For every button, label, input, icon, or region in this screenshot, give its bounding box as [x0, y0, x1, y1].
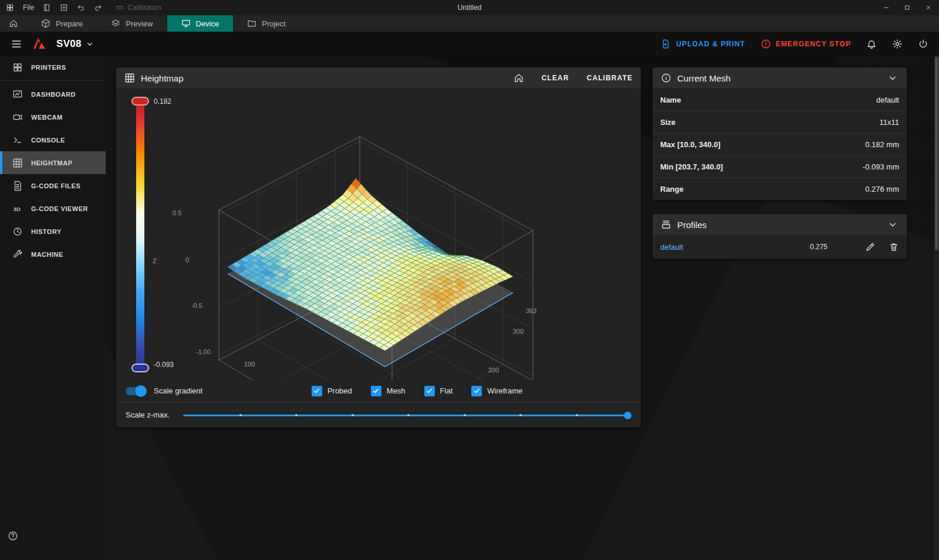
profiles-stack-icon	[661, 219, 671, 230]
gradient-bar	[136, 101, 144, 368]
mesh-row-name: Name default	[653, 89, 907, 111]
checkbox-checked-icon	[471, 386, 482, 396]
checkbox-probed[interactable]: Probed	[312, 386, 352, 396]
profiles-title: Profiles	[677, 220, 707, 230]
warning-icon	[761, 39, 771, 49]
profile-row: default 0.275	[653, 235, 907, 259]
heightmap-3d-plot[interactable]	[116, 89, 641, 380]
gradient-max-handle[interactable]	[131, 97, 149, 106]
sidebar-item-gcode-viewer[interactable]: G-CODE VIEWER	[0, 197, 106, 220]
xy-tick: 300	[513, 328, 523, 335]
redo-icon[interactable]	[94, 4, 102, 12]
mesh-row-range: Range 0.276 mm	[653, 178, 907, 200]
current-mesh-title: Current Mesh	[677, 73, 731, 83]
profiles-card: Profiles default 0.275	[653, 214, 907, 259]
z-tick: 0	[185, 256, 189, 263]
slider-thumb[interactable]	[624, 412, 631, 419]
scale-z-row: Scale z-max.	[116, 402, 641, 427]
delete-trash-icon[interactable]	[889, 242, 899, 252]
vertical-scrollbar[interactable]	[934, 56, 939, 560]
sidebar-divider	[0, 80, 106, 81]
file-menu[interactable]: File	[23, 4, 34, 12]
minimize-button[interactable]	[876, 0, 897, 15]
heightmap-controls: Scale gradient Probed Mesh Flat Wirefram…	[116, 380, 641, 402]
clear-button[interactable]: CLEAR	[542, 74, 569, 82]
gradient-min-handle[interactable]	[131, 364, 149, 372]
tab-device[interactable]: Device	[167, 15, 234, 32]
heightmap-grid-icon	[12, 158, 23, 168]
scale-z-slider[interactable]	[183, 409, 631, 421]
sidebar-item-console[interactable]: CONSOLE	[0, 128, 106, 151]
xy-tick: 363	[526, 307, 536, 314]
sidebar-item-heightmap[interactable]: HEIGHTMAP	[0, 151, 106, 174]
scrollbar-thumb[interactable]	[935, 57, 938, 250]
upload-print-button[interactable]: UPLOAD & PRINT	[660, 39, 745, 49]
checkbox-checked-icon	[371, 386, 381, 396]
printer-selector[interactable]: SV08	[56, 38, 94, 50]
profile-name-link[interactable]: default	[660, 243, 683, 252]
tab-project[interactable]: Project	[233, 15, 299, 32]
folder-icon	[247, 19, 256, 28]
current-mesh-card: Current Mesh Name default Size 11x11 Max…	[653, 67, 907, 200]
heightmap-plot-area: 0.182 -0.093 0.5 0 -0.5 -1.00 Z 100 200 …	[116, 89, 641, 380]
tab-prepare[interactable]: Prepare	[27, 15, 97, 32]
maximize-button[interactable]	[897, 0, 918, 15]
titlebar: File Calibration Untitled	[0, 0, 939, 15]
scale-z-label: Scale z-max.	[126, 410, 180, 419]
checkbox-wireframe[interactable]: Wireframe	[471, 386, 522, 396]
sidebar-item-gcode-files[interactable]: G-CODE FILES	[0, 174, 106, 197]
notifications-bell-icon[interactable]	[866, 39, 877, 49]
device-sidebar: PRINTERS DASHBOARD WEBCAM CONSOLE HEIGHT…	[0, 56, 106, 560]
mode-tabbar: Prepare Preview Device Project	[0, 15, 939, 32]
webcam-icon	[12, 112, 23, 123]
heightmap-title: Heightmap	[141, 73, 184, 83]
chevron-down-icon[interactable]	[887, 219, 899, 230]
undo-icon[interactable]	[77, 4, 85, 12]
chevron-down-icon[interactable]	[887, 72, 899, 84]
upload-file-icon	[660, 39, 671, 49]
scale-gradient-label: Scale gradient	[154, 386, 202, 395]
app-window: File Calibration Untitled Prepare Previe…	[0, 0, 939, 560]
monitor-icon	[181, 19, 191, 28]
edit-pencil-icon[interactable]	[865, 242, 876, 252]
add-plate-icon[interactable]	[60, 4, 68, 12]
power-icon[interactable]	[918, 39, 928, 49]
mesh-row-size: Size 11x11	[653, 111, 907, 133]
help-icon[interactable]	[8, 531, 18, 541]
calibration-tool[interactable]: Calibration	[116, 4, 161, 12]
sidebar-item-machine[interactable]: MACHINE	[0, 243, 106, 266]
document-icon	[12, 181, 23, 191]
checkbox-checked-icon	[424, 386, 435, 396]
sidebar-item-webcam[interactable]: WEBCAM	[0, 106, 106, 128]
calibrate-button[interactable]: CALIBRATE	[587, 74, 633, 82]
hamburger-menu-icon[interactable]	[11, 38, 22, 50]
home-tab-icon[interactable]	[0, 15, 27, 32]
current-mesh-header: Current Mesh	[653, 67, 907, 89]
xy-tick: 200	[488, 366, 499, 374]
settings-gear-icon[interactable]	[892, 39, 903, 49]
reset-view-home-icon[interactable]	[514, 73, 524, 83]
sidebar-item-printers[interactable]: PRINTERS	[0, 56, 106, 79]
chevron-down-icon	[85, 39, 94, 49]
sidebar-item-history[interactable]: HISTORY	[0, 220, 106, 243]
app-icon	[6, 4, 14, 12]
wrench-icon	[12, 249, 23, 260]
checkbox-flat[interactable]: Flat	[424, 386, 453, 396]
notes-icon[interactable]	[43, 4, 51, 12]
checkbox-checked-icon	[312, 386, 322, 396]
history-clock-icon	[12, 226, 23, 237]
tab-preview[interactable]: Preview	[97, 15, 167, 32]
emergency-stop-button[interactable]: EMERGENCY STOP	[761, 39, 851, 49]
mesh-row-min: Min [203.7, 340.0] -0.093 mm	[653, 155, 907, 178]
close-button[interactable]	[918, 0, 939, 15]
console-icon	[12, 135, 23, 145]
colorbar-min-label: -0.093	[154, 361, 174, 369]
checkbox-mesh[interactable]: Mesh	[371, 386, 406, 396]
sovol-logo	[31, 36, 48, 52]
scale-gradient-toggle[interactable]	[126, 385, 147, 397]
cube-icon	[41, 19, 50, 28]
sidebar-item-dashboard[interactable]: DASHBOARD	[0, 83, 106, 106]
colorbar-max-label: 0.182	[154, 97, 171, 106]
info-icon	[661, 73, 671, 83]
z-tick: -1.00	[196, 348, 211, 355]
